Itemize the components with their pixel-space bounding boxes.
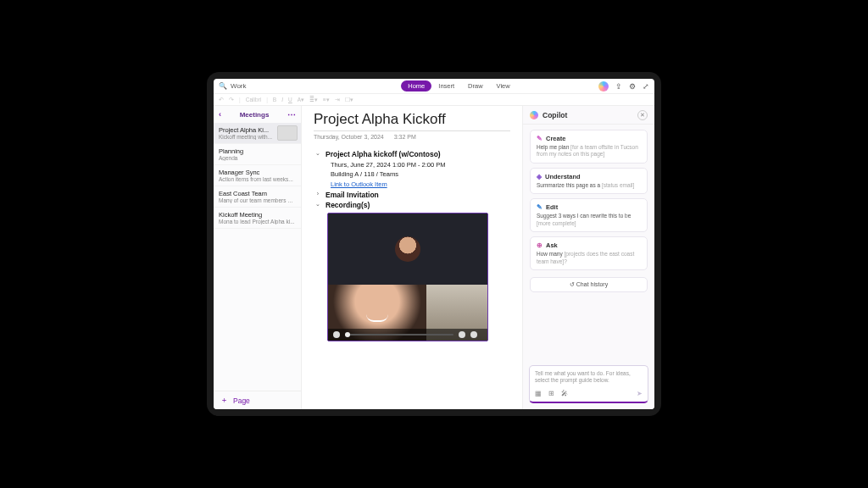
page-time: 3:32 PM	[394, 134, 416, 140]
tag-icon[interactable]: ☐▾	[345, 97, 353, 103]
meeting-heading: Project Alpha kickoff (w/Contoso)	[326, 150, 441, 158]
copilot-title: Copilot	[542, 111, 567, 119]
app-screen: 🔍 Home Insert Draw View ⇪ ⚙ ⤢ ↶ ↷ | Cali…	[214, 79, 654, 409]
copilot-card-create[interactable]: ✎Create Help me plan [for a team offsite…	[530, 130, 648, 164]
back-icon[interactable]: ‹	[219, 110, 221, 119]
add-page-label: Page	[233, 396, 250, 405]
page-item-2[interactable]: Manager Sync Action items from last week…	[214, 165, 301, 186]
sidebar-more-icon[interactable]: ⋯	[287, 110, 296, 119]
pencil-icon: ✎	[537, 203, 542, 211]
top-bar: 🔍 Home Insert Draw View ⇪ ⚙ ⤢	[214, 79, 654, 94]
recordings-heading: Recording(s)	[326, 201, 370, 209]
copilot-card-ask[interactable]: ⊕Ask How many [projects does the east co…	[530, 236, 648, 270]
close-icon[interactable]: ✕	[637, 110, 648, 120]
copilot-panel: Copilot ✕ ✎Create Help me plan [for a te…	[522, 106, 654, 409]
copilot-logo-icon	[530, 111, 538, 119]
format-toolbar: ↶ ↷ | Calibri | B I U A▾ ≣▾ ≡▾ ⇥ ☐▾	[214, 94, 654, 106]
tab-home[interactable]: Home	[401, 80, 431, 92]
indent-icon[interactable]: ⇥	[335, 97, 340, 103]
bulb-icon: ◈	[537, 173, 542, 180]
numbering-icon[interactable]: ≡▾	[323, 97, 330, 103]
page-item-3[interactable]: East Coast Team Many of our team members…	[214, 186, 301, 208]
search-icon: 🔍	[219, 82, 227, 90]
page-item-1[interactable]: Planning Agenda	[214, 144, 301, 165]
chat-history-button[interactable]: ↺ Chat history	[530, 277, 648, 292]
tablet-frame: 🔍 Home Insert Draw View ⇪ ⚙ ⤢ ↶ ↷ | Cali…	[207, 72, 661, 416]
send-icon[interactable]: ➤	[637, 390, 643, 397]
grid-icon[interactable]: ⊞	[548, 390, 554, 397]
bullets-icon[interactable]: ≣▾	[309, 97, 318, 103]
main-area: ‹ Meetings ⋯ Project Alpha Ki... Kickoff…	[214, 106, 654, 409]
page-sidebar: ‹ Meetings ⋯ Project Alpha Ki... Kickoff…	[214, 106, 302, 409]
play-icon[interactable]	[333, 331, 340, 338]
settings-icon[interactable]: ⚙	[629, 82, 636, 91]
page-datetime: Thursday, October 3, 2024 3:32 PM	[314, 134, 510, 140]
underline-icon[interactable]: U	[288, 97, 292, 103]
pencil-icon: ✎	[537, 135, 542, 142]
add-page-button[interactable]: ＋ Page	[214, 391, 301, 409]
note-content[interactable]: Project Alpha Kickoff Thursday, October …	[302, 106, 522, 409]
copilot-card-edit[interactable]: ✎Edit Suggest 3 ways I can rewrite this …	[530, 198, 648, 232]
page-item-0[interactable]: Project Alpha Ki... Kickoff meeting with…	[214, 123, 301, 144]
fullscreen-icon[interactable]: ⤢	[643, 82, 649, 91]
email-invitation: Email Invitation	[326, 191, 379, 199]
outlook-link[interactable]: Link to Outlook Item	[331, 180, 387, 188]
copilot-input[interactable]: Tell me what you want to do. For ideas, …	[529, 365, 648, 403]
page-thumb	[277, 125, 298, 141]
volume-icon[interactable]	[470, 331, 477, 338]
copilot-icon[interactable]	[598, 81, 609, 92]
undo-icon[interactable]: ↶	[219, 97, 224, 103]
ribbon-tabs: Home Insert Draw View	[323, 80, 595, 92]
italic-icon[interactable]: I	[281, 97, 283, 103]
highlight-icon[interactable]: A▾	[298, 97, 304, 103]
progress-bar[interactable]	[345, 334, 453, 336]
participant-avatar	[395, 236, 420, 262]
recording-top-tile	[328, 214, 487, 285]
page-date: Thursday, October 3, 2024	[314, 134, 384, 140]
page-title: Project Alpha Kickoff	[314, 111, 510, 131]
redo-icon[interactable]: ↷	[229, 97, 234, 103]
chevron-down-icon[interactable]: ⌄	[314, 150, 322, 157]
tab-draw[interactable]: Draw	[461, 80, 490, 92]
bold-icon[interactable]: B	[273, 97, 276, 103]
prompt-guide-icon[interactable]: ▦	[535, 390, 542, 397]
meeting-when: Thurs, June 27, 2024 1:00 PM - 2:00 PM	[331, 160, 510, 169]
plus-icon: ＋	[220, 396, 228, 406]
recording-embed[interactable]	[327, 213, 488, 341]
history-icon: ↺	[570, 281, 576, 287]
meeting-where: Building A / 118 / Teams	[331, 169, 510, 179]
share-icon[interactable]: ⇪	[615, 82, 622, 91]
copilot-suggestions: ✎Create Help me plan [for a team offsite…	[523, 125, 654, 275]
top-right-icons: ⇪ ⚙ ⤢	[598, 81, 649, 92]
copilot-placeholder: Tell me what you want to do. For ideas, …	[535, 370, 643, 385]
video-controls	[328, 329, 487, 341]
page-item-4[interactable]: Kickoff Meeting Mona to lead Project Alp…	[214, 208, 301, 229]
page-list: Project Alpha Ki... Kickoff meeting with…	[214, 123, 301, 391]
sidebar-header: ‹ Meetings ⋯	[214, 106, 301, 123]
chevron-right-icon[interactable]: ›	[314, 191, 322, 197]
font-name[interactable]: Calibri	[246, 97, 261, 103]
chat-icon: ⊕	[537, 241, 542, 249]
copilot-card-understand[interactable]: ◈Understand Summarize this page as a [st…	[530, 168, 648, 194]
search-input[interactable]	[231, 82, 320, 90]
tab-view[interactable]: View	[490, 80, 517, 92]
mic-icon[interactable]: 🎤︎	[561, 390, 568, 397]
chevron-down-icon[interactable]: ⌄	[314, 201, 322, 208]
section-title: Meetings	[240, 111, 270, 119]
tab-insert[interactable]: Insert	[431, 80, 461, 92]
cc-icon[interactable]	[459, 331, 465, 338]
